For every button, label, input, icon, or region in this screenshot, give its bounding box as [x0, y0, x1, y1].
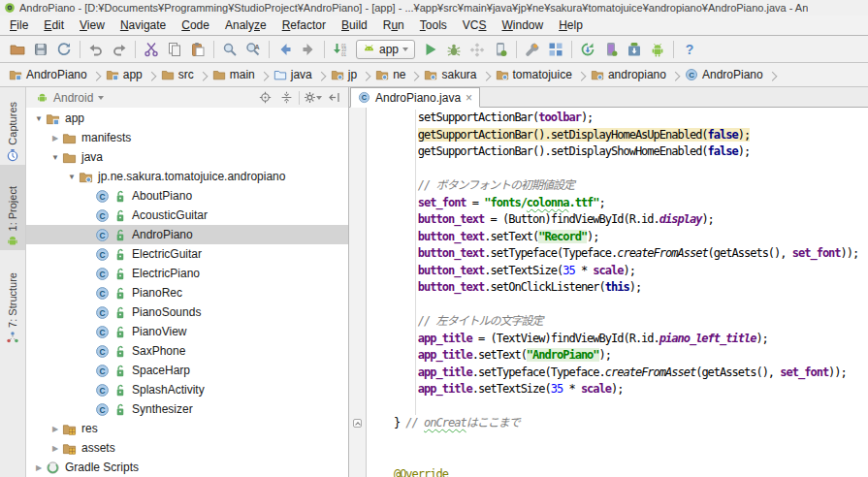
- chevron-expanded-icon[interactable]: ▼: [48, 153, 62, 162]
- code-line[interactable]: // ボタンフォントの初期値設定: [370, 177, 868, 195]
- code-line[interactable]: getSupportActionBar().setDisplayShowHome…: [370, 143, 868, 161]
- collapse-all-button[interactable]: [275, 88, 297, 108]
- menu-window[interactable]: Window: [494, 16, 551, 34]
- close-icon[interactable]: ×: [466, 93, 472, 103]
- tree-item-electricpiano[interactable]: CElectricPiano: [26, 264, 348, 283]
- navigate-back-button[interactable]: [273, 38, 297, 61]
- find-button[interactable]: [218, 38, 241, 61]
- code-editor[interactable]: setSupportActionBar(toolbar); getSupport…: [367, 108, 868, 477]
- sync-gradle-button[interactable]: [576, 38, 599, 61]
- menu-view[interactable]: View: [72, 16, 113, 34]
- menu-analyze[interactable]: Analyze: [217, 16, 274, 34]
- sdk-manager-wrench-button[interactable]: [521, 38, 544, 61]
- tree-item-java[interactable]: ▼java: [26, 147, 348, 167]
- menu-refactor[interactable]: Refactor: [274, 16, 334, 34]
- chevron-collapsed-icon[interactable]: ▶: [32, 463, 46, 472]
- code-line[interactable]: button_text.setOnClickListener(this);: [370, 279, 868, 297]
- project-structure-button[interactable]: [544, 38, 567, 61]
- tool-window-button-project[interactable]: 1: Project: [0, 165, 25, 250]
- code-line[interactable]: button_text.setTextSize(35 * scale);: [370, 263, 868, 280]
- fold-marker-icon[interactable]: [353, 419, 362, 428]
- avd-manager-button[interactable]: [599, 38, 623, 61]
- breadcrumb-java[interactable]: java: [271, 66, 315, 83]
- run-button[interactable]: [419, 38, 442, 61]
- hide-panel-button[interactable]: [323, 88, 344, 108]
- tree-item-res[interactable]: ▶res: [26, 419, 348, 438]
- breadcrumb-app[interactable]: app: [103, 66, 145, 83]
- code-line[interactable]: app_title.setTextSize(35 * scale);: [370, 381, 868, 398]
- code-line[interactable]: setSupportActionBar(toolbar);: [370, 110, 868, 127]
- redo-button[interactable]: [108, 38, 131, 61]
- code-line[interactable]: @Override: [370, 466, 868, 477]
- code-line[interactable]: [370, 449, 868, 466]
- scroll-from-source-button[interactable]: [254, 88, 275, 108]
- project-view-selector[interactable]: Android: [30, 90, 110, 106]
- code-line[interactable]: app_title = (TextView)findViewById(R.id.…: [370, 331, 868, 348]
- tree-item-aboutpiano[interactable]: CAboutPiano: [26, 186, 348, 206]
- code-line[interactable]: button_text.setText("Record");: [370, 229, 868, 246]
- menu-tools[interactable]: Tools: [412, 16, 455, 34]
- tree-item-andropiano[interactable]: CAndroPiano: [26, 225, 348, 244]
- menu-navigate[interactable]: Navigate: [113, 16, 174, 34]
- tree-item-jp-ne-sakura-tomatojuice-andropiano[interactable]: ▼jp.ne.sakura.tomatojuice.andropiano: [26, 167, 348, 186]
- open-project-button[interactable]: [6, 38, 29, 61]
- tree-item-spaceharp[interactable]: CSpaceHarp: [26, 361, 348, 380]
- paste-button[interactable]: [186, 38, 209, 61]
- tree-item-gradle-scripts[interactable]: ▶Gradle Scripts: [26, 458, 348, 477]
- android-device-monitor-button[interactable]: [646, 38, 669, 61]
- sdk-manager-button[interactable]: [623, 38, 646, 61]
- breadcrumb-src[interactable]: src: [158, 66, 197, 83]
- chevron-expanded-icon[interactable]: ▼: [32, 114, 46, 123]
- tab-andropiano-java[interactable]: C AndroPiano.java ×: [350, 87, 480, 108]
- chevron-expanded-icon[interactable]: ▼: [65, 173, 79, 181]
- chevron-collapsed-icon[interactable]: ▶: [48, 425, 62, 433]
- tree-item-electricguitar[interactable]: CElectricGuitar: [26, 244, 348, 264]
- editor-gutter[interactable]: [349, 108, 367, 477]
- breadcrumb-tomatojuice[interactable]: tomatojuice: [493, 66, 575, 83]
- menu-code[interactable]: Code: [174, 16, 217, 34]
- menu-vcs[interactable]: VCS: [455, 16, 495, 34]
- tree-item-pianorec[interactable]: CPianoRec: [26, 283, 348, 302]
- code-line[interactable]: [370, 297, 868, 314]
- menu-run[interactable]: Run: [375, 16, 412, 34]
- breadcrumb-main[interactable]: main: [209, 66, 258, 83]
- code-line[interactable]: set_font = "fonts/colonna.ttf";: [370, 195, 868, 212]
- menu-help[interactable]: Help: [551, 16, 591, 34]
- tree-item-saxphone[interactable]: CSaxPhone: [26, 341, 348, 361]
- breadcrumb-andropiano[interactable]: CAndroPiano: [682, 66, 766, 83]
- tree-item-assets[interactable]: ▶assets: [26, 438, 348, 458]
- breadcrumb-andropiano[interactable]: andropiano: [588, 66, 669, 83]
- copy-button[interactable]: [163, 38, 186, 61]
- code-line[interactable]: [370, 161, 868, 178]
- update-project-button[interactable]: 011001: [329, 38, 352, 61]
- undo-button[interactable]: [84, 38, 108, 61]
- tree-item-acousticguitar[interactable]: CAcousticGuitar: [26, 206, 348, 225]
- breadcrumb-sakura[interactable]: sakura: [421, 66, 479, 83]
- chevron-collapsed-icon[interactable]: ▶: [48, 444, 62, 453]
- code-line[interactable]: button_text.setTypeface(Typeface.createF…: [370, 245, 868, 263]
- tree-item-splashactivity[interactable]: CSplashActivity: [26, 380, 348, 399]
- code-line[interactable]: [370, 432, 868, 450]
- synchronize-button[interactable]: [52, 38, 76, 61]
- navigate-forward-button[interactable]: [297, 38, 320, 61]
- tree-item-pianoview[interactable]: CPianoView: [26, 322, 348, 341]
- tool-window-button-captures[interactable]: Captures: [0, 87, 25, 165]
- tool-window-button-structure[interactable]: 7: Structure: [0, 250, 25, 347]
- settings-gear-button[interactable]: [302, 88, 323, 108]
- breadcrumb-jp[interactable]: jp: [328, 66, 360, 83]
- menu-build[interactable]: Build: [334, 16, 375, 34]
- tree-item-app[interactable]: ▼app: [26, 109, 348, 128]
- code-line[interactable]: button_text = (Button)findViewById(R.id.…: [370, 211, 868, 229]
- code-line[interactable]: app_title.setTypeface(Typeface.createFro…: [370, 365, 868, 382]
- help-button[interactable]: ?: [678, 38, 701, 61]
- debug-button[interactable]: [442, 38, 466, 61]
- code-line[interactable]: // 左タイトルの文字設定: [370, 313, 868, 331]
- save-all-button[interactable]: [29, 38, 52, 61]
- code-line[interactable]: app_title.setText("AndroPiano");: [370, 347, 868, 365]
- breadcrumb-andropiano[interactable]: AndroPiano: [6, 66, 90, 83]
- menu-edit[interactable]: Edit: [36, 16, 72, 34]
- tree-item-synthesizer[interactable]: CSynthesizer: [26, 399, 348, 419]
- attach-debugger-button[interactable]: [466, 38, 489, 61]
- code-line[interactable]: getSupportActionBar().setDisplayHomeAsUp…: [370, 127, 868, 144]
- menu-file[interactable]: File: [2, 16, 36, 34]
